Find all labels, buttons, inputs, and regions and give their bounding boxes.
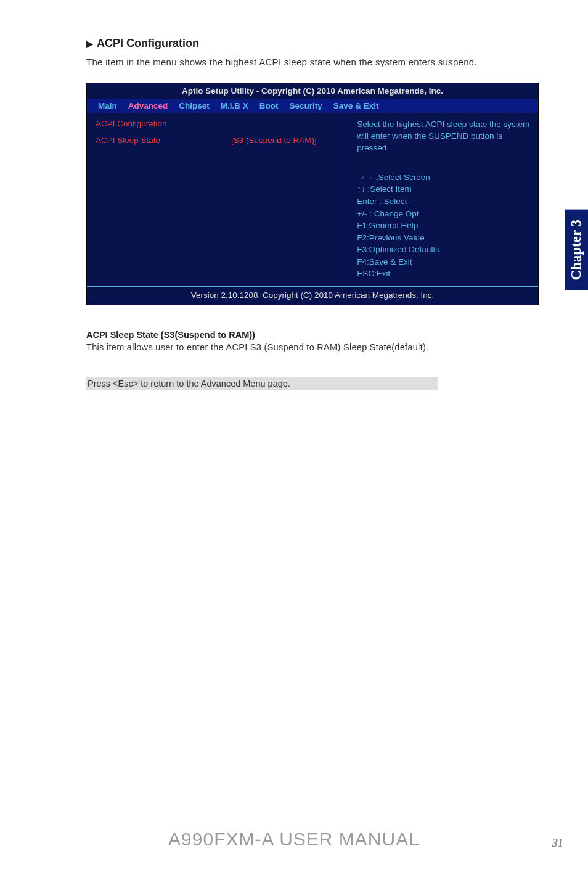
section-heading: ▶ACPI Configuration	[86, 37, 539, 50]
tab-chipset: Chipset	[179, 101, 210, 110]
chapter-side-tab: Chapter 3	[565, 210, 588, 290]
triangle-marker-icon: ▶	[86, 39, 93, 49]
tab-main: Main	[98, 101, 117, 110]
acpi-sleep-description: This item allows user to enter the ACPI …	[86, 342, 539, 352]
page-number: 31	[552, 837, 563, 850]
manual-title-footer: A990FXM-A USER MANUAL	[0, 829, 588, 850]
intro-paragraph: The item in the menu shows the highest A…	[86, 55, 539, 69]
acpi-sleep-label: ACPI Sleep State	[96, 136, 231, 145]
tab-save-exit: Save & Exit	[333, 101, 379, 110]
acpi-sleep-row: ACPI Sleep State [S3 (Suspend to RAM)]	[96, 136, 349, 145]
nav-select-item: ↑↓ :Select Item	[357, 183, 532, 195]
bios-title-bar: Aptio Setup Utility - Copyright (C) 2010…	[87, 83, 538, 99]
nav-f4: F4:Save & Exit	[357, 256, 532, 268]
bios-right-panel: Select the highest ACPI sleep state the …	[349, 113, 538, 286]
nav-f2: F2:Previous Value	[357, 232, 532, 244]
tab-boot: Boot	[259, 101, 279, 110]
bios-screenshot: Aptio Setup Utility - Copyright (C) 2010…	[86, 83, 539, 305]
esc-note: Press <Esc> to return to the Advanced Me…	[86, 377, 438, 390]
nav-change-opt: +/- : Change Opt.	[357, 208, 532, 220]
acpi-config-label: ACPI Configuration	[96, 119, 349, 128]
nav-enter: Enter : Select	[357, 195, 532, 208]
bios-help-text: Select the highest ACPI sleep state the …	[357, 119, 532, 154]
bios-nav-help: → ←:Select Screen ↑↓ :Select Item Enter …	[357, 171, 532, 280]
tab-advanced: Advanced	[128, 101, 168, 110]
bios-footer: Version 2.10.1208. Copyright (C) 2010 Am…	[87, 286, 538, 305]
nav-f3: F3:Optimized Defaults	[357, 244, 532, 256]
nav-esc: ESC:Exit	[357, 268, 532, 280]
heading-text: ACPI Configuration	[97, 37, 199, 49]
bios-tab-row: Main Advanced Chipset M.I.B X Boot Secur…	[87, 99, 538, 113]
bios-body: ACPI Configuration ACPI Sleep State [S3 …	[87, 113, 538, 286]
tab-mibx: M.I.B X	[221, 101, 248, 110]
nav-select-screen: → ←:Select Screen	[357, 171, 532, 184]
tab-security: Security	[290, 101, 322, 110]
nav-f1: F1:General Help	[357, 220, 532, 232]
acpi-sleep-heading: ACPI Sleep State (S3(Suspend to RAM))	[86, 330, 539, 340]
bios-left-panel: ACPI Configuration ACPI Sleep State [S3 …	[87, 113, 349, 286]
acpi-sleep-value: [S3 (Suspend to RAM)]	[231, 136, 317, 145]
